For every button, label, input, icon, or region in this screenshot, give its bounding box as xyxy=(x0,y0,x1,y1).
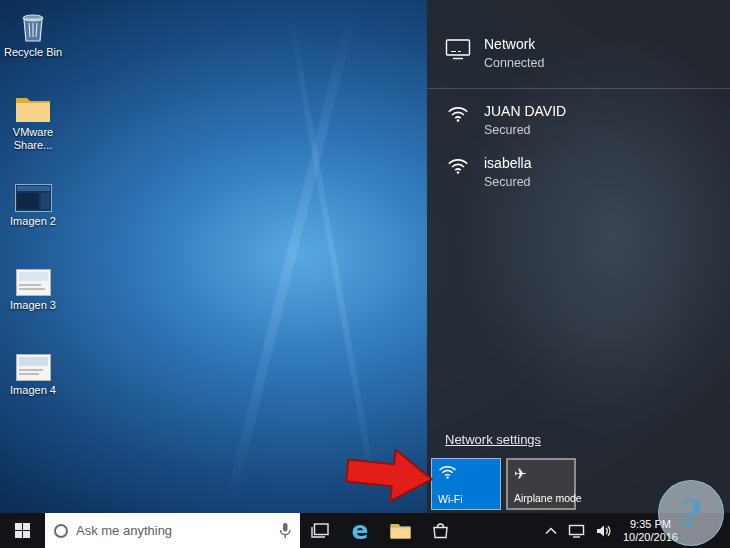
network-status: Connected xyxy=(484,56,544,70)
ethernet-icon xyxy=(445,36,471,60)
volume-tray-button[interactable] xyxy=(596,524,612,538)
wifi-tile-label: Wi-Fi xyxy=(438,493,463,505)
desktop: Recycle Bin VMware Share... Imagen 2 Ima… xyxy=(0,0,730,548)
network-status: Secured xyxy=(484,175,531,189)
file-explorer-icon xyxy=(390,522,411,539)
lightbulb-question-icon: ? xyxy=(678,491,705,536)
desktop-icon-imagen-2[interactable]: Imagen 2 xyxy=(2,184,64,228)
microphone-icon[interactable] xyxy=(279,522,291,539)
network-flyout: Network Connected JUAN DAVID Secured xyxy=(427,0,730,513)
tray-expand-button[interactable] xyxy=(545,527,557,535)
edge-icon: e xyxy=(352,518,369,543)
network-name: Network xyxy=(484,36,544,52)
network-status: Secured xyxy=(484,123,566,137)
wifi-tile[interactable]: Wi-Fi xyxy=(431,458,501,510)
file-explorer-button[interactable] xyxy=(380,513,420,548)
desktop-icon-label: Imagen 4 xyxy=(10,384,56,397)
image-thumbnail-icon xyxy=(16,354,51,381)
red-arrow-annotation xyxy=(343,442,437,509)
airplane-icon: ✈ xyxy=(514,465,527,483)
search-input[interactable]: Ask me anything xyxy=(45,513,300,548)
network-tray-icon xyxy=(568,524,585,538)
network-name: JUAN DAVID xyxy=(484,103,566,119)
store-icon xyxy=(432,522,449,539)
wifi-network-item[interactable]: JUAN DAVID Secured xyxy=(427,94,730,146)
task-view-icon xyxy=(311,523,329,538)
network-settings-link[interactable]: Network settings xyxy=(445,432,541,447)
desktop-icon-vmware-share[interactable]: VMware Share... xyxy=(2,94,64,152)
cortana-icon xyxy=(54,524,68,538)
desktop-icon-imagen-4[interactable]: Imagen 4 xyxy=(2,354,64,397)
desktop-icon-imagen-3[interactable]: Imagen 3 xyxy=(2,269,64,312)
wifi-signal-icon xyxy=(445,155,471,175)
wallpaper-light-beam xyxy=(224,6,358,506)
edge-browser-button[interactable]: e xyxy=(340,513,380,548)
wifi-icon xyxy=(438,464,457,484)
image-thumbnail-icon xyxy=(15,184,52,212)
windows-logo-icon xyxy=(15,523,30,538)
task-view-button[interactable] xyxy=(300,513,340,548)
solvetic-watermark-logo: ? xyxy=(658,480,724,546)
desktop-icon-recycle-bin[interactable]: Recycle Bin xyxy=(2,9,64,59)
wallpaper-light-beam xyxy=(286,3,381,509)
flyout-divider xyxy=(427,88,730,89)
chevron-up-icon xyxy=(545,527,557,535)
speaker-icon xyxy=(596,524,612,538)
desktop-icon-label: Recycle Bin xyxy=(4,46,62,59)
desktop-icon-label: Imagen 2 xyxy=(10,215,56,228)
airplane-tile-label: Airplane mode xyxy=(514,492,582,504)
recycle-bin-icon xyxy=(18,9,48,43)
connected-network-item[interactable]: Network Connected xyxy=(427,27,730,79)
start-button[interactable] xyxy=(0,513,45,548)
wifi-signal-icon xyxy=(445,103,471,123)
network-name: isabella xyxy=(484,155,531,171)
wifi-network-item[interactable]: isabella Secured xyxy=(427,146,730,198)
taskbar: Ask me anything e xyxy=(0,513,730,548)
network-tray-button[interactable] xyxy=(568,524,585,538)
folder-icon xyxy=(15,94,51,123)
image-thumbnail-icon xyxy=(16,269,51,296)
search-placeholder: Ask me anything xyxy=(76,523,271,538)
airplane-mode-tile[interactable]: ✈ Airplane mode xyxy=(506,458,576,510)
store-button[interactable] xyxy=(420,513,460,548)
desktop-icon-label: VMware Share... xyxy=(2,126,64,152)
desktop-icon-label: Imagen 3 xyxy=(10,299,56,312)
